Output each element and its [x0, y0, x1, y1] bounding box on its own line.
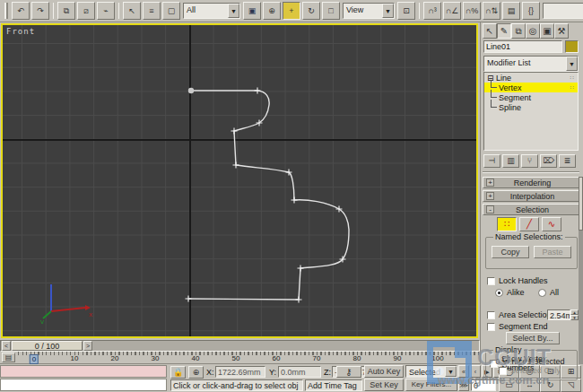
expand-icon[interactable]: + [486, 179, 494, 187]
tab-modify[interactable]: ✎ [497, 23, 511, 39]
tab-utilities[interactable]: ⚒ [554, 23, 569, 39]
vertex-tick[interactable] [231, 128, 238, 135]
select-by-button[interactable]: Select By... [506, 332, 560, 344]
chevron-down-icon[interactable]: ▼ [228, 4, 239, 18]
y-coord-field[interactable]: 0.0mm [278, 366, 321, 378]
selection-region-button[interactable]: ▢ [162, 2, 180, 20]
spinner-down-icon[interactable]: ▾ [570, 315, 579, 320]
subobject-vertex-button[interactable]: ∷ [497, 217, 517, 231]
subobject-spline-button[interactable]: ∿ [542, 217, 561, 231]
select-by-name-button[interactable]: ≡ [143, 2, 161, 20]
alike-radio-row[interactable]: Alike [495, 288, 525, 297]
first-vertex-marker[interactable] [188, 88, 194, 93]
unlink-selection-button[interactable]: ⧄ [77, 2, 95, 20]
chevron-down-icon[interactable]: ▼ [445, 366, 457, 377]
open-mini-curve-editor-button[interactable]: ▤ [2, 353, 15, 362]
key-filters-button[interactable]: Key Filters... [405, 379, 457, 391]
scrollbar-thumb[interactable] [579, 177, 583, 231]
chevron-down-icon[interactable]: ▼ [566, 57, 578, 71]
next-frame-arrow[interactable]: > [83, 341, 92, 351]
lock-handles-checkbox[interactable] [487, 277, 495, 285]
angle-snap-button[interactable]: ∩∠ [443, 2, 461, 20]
key-mode-dropdown[interactable]: Selected ▼ [405, 365, 457, 378]
set-keys-button[interactable]: ⚷ [336, 366, 361, 378]
named-selection-sets-button[interactable]: ▤ [502, 2, 520, 20]
current-frame-field[interactable]: 0 [471, 379, 496, 391]
pan-button[interactable]: ↔ [519, 379, 540, 392]
pin-stack-button[interactable]: ⊣ [483, 154, 500, 168]
x-coord-field[interactable]: 1722.69mm [215, 366, 265, 378]
named-selection-dropdown[interactable]: ▼ [543, 3, 583, 19]
vertex-tick[interactable] [292, 197, 298, 204]
object-color-swatch[interactable] [565, 40, 579, 53]
subobject-segment-button[interactable]: ╱ [519, 217, 539, 231]
time-slider[interactable]: < 0 / 100 > [0, 340, 480, 352]
command-panel-scrollbar[interactable] [579, 177, 583, 364]
tab-hierarchy[interactable]: ⧉ [511, 23, 526, 39]
front-viewport[interactable]: Front x y [1, 23, 478, 338]
select-and-link-button[interactable]: ⧉ [57, 2, 75, 20]
stack-item-line[interactable]: ⊟ Line∷ [484, 73, 578, 83]
vertex-tick[interactable] [296, 297, 302, 303]
key-step-toggle[interactable]: ⋙ [458, 379, 469, 391]
vertex-tick[interactable] [255, 88, 261, 94]
tab-create[interactable]: ↖ [483, 23, 497, 39]
select-object-button[interactable]: ↖ [123, 2, 141, 20]
object-name-field[interactable]: Line01 [483, 40, 562, 53]
min-max-toggle-button[interactable]: ◹ [561, 379, 581, 392]
set-key-button[interactable]: Set Key [364, 379, 404, 391]
bind-to-spacewarp-button[interactable]: ⌁ [97, 2, 115, 20]
segment-end-row[interactable]: Segment End [487, 322, 548, 331]
edit-named-selections-button[interactable]: {} [522, 2, 540, 20]
expand-icon[interactable]: + [486, 192, 494, 200]
copy-button[interactable]: Copy [492, 246, 529, 258]
time-slider-handle[interactable]: 0 / 100 [12, 341, 83, 351]
alike-radio[interactable] [495, 289, 503, 297]
area-selection-checkbox[interactable] [487, 311, 495, 319]
modifier-stack[interactable]: ⊟ Line∷Vertex∷SegmentSpline [483, 72, 579, 151]
window-crossing-button[interactable]: ▣ [243, 2, 261, 20]
maxscript-listener-input-pane[interactable] [0, 379, 167, 391]
show-end-result-button[interactable]: ▥ [502, 154, 519, 168]
stack-item-segment[interactable]: Segment [484, 92, 578, 102]
collapse-icon[interactable]: - [486, 205, 494, 213]
prev-frame-button[interactable]: ‹ [470, 365, 481, 378]
viewport-label[interactable]: Front [6, 27, 35, 36]
area-selection-value[interactable]: 2.54m [547, 309, 570, 320]
stack-item-spline[interactable]: Spline [484, 102, 578, 112]
select-scale-button[interactable]: □ [322, 2, 340, 20]
undo-button[interactable]: ↶ [12, 2, 30, 20]
rollout-selection[interactable]: - Selection [483, 204, 579, 215]
arc-rotate-button[interactable]: ↻ [540, 379, 561, 392]
spline-path[interactable] [188, 91, 349, 300]
remove-modifier-button[interactable]: ⌦ [540, 154, 557, 168]
vertex-tick[interactable] [186, 296, 192, 302]
all-radio[interactable] [538, 289, 546, 297]
area-selection-row[interactable]: Area Selection: [487, 310, 553, 319]
stack-item-vertex[interactable]: Vertex∷ [484, 83, 578, 92]
track-bar[interactable]: ▤ 0102030405060708090100 [0, 352, 480, 364]
vertex-tick[interactable] [233, 162, 239, 169]
percent-snap-button[interactable]: ∩% [463, 2, 481, 20]
vertex-tick[interactable] [298, 266, 304, 272]
lock-handles-row[interactable]: Lock Handles [487, 276, 548, 285]
ref-coord-dropdown[interactable]: View▼ [343, 3, 395, 19]
rollout-interpolation[interactable]: + Interpolation [483, 190, 579, 202]
configure-modifier-sets-button[interactable]: ≣ [559, 154, 576, 168]
auto-key-button[interactable]: Auto Key [364, 365, 404, 378]
selection-filter-dropdown[interactable]: All▼ [183, 3, 240, 19]
previous-frame-arrow[interactable]: < [2, 341, 11, 351]
select-rotate-button[interactable]: ↻ [302, 2, 320, 20]
modifier-list-dropdown[interactable]: Modifier List ▼ [483, 56, 579, 72]
all-radio-row[interactable]: All [538, 288, 559, 297]
spinner-snap-button[interactable]: ∩⇅ [483, 2, 500, 20]
redo-button[interactable]: ↷ [31, 2, 49, 20]
region-zoom-button[interactable]: ▭ [499, 379, 519, 392]
selection-lock-toggle[interactable]: 🔒 [170, 366, 186, 379]
maxscript-listener-macro-pane[interactable] [0, 365, 167, 378]
tab-motion[interactable]: ◎ [526, 23, 540, 39]
add-time-tag[interactable]: Add Time Tag [305, 379, 362, 391]
segment-end-checkbox[interactable] [487, 323, 495, 331]
select-manipulate-button[interactable]: ⊕ [263, 2, 281, 20]
select-move-button[interactable]: + [283, 2, 300, 20]
